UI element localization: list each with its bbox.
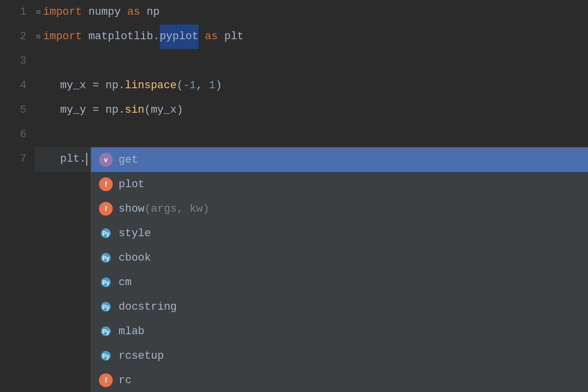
item-label-docstring: docstring (119, 301, 177, 313)
autocomplete-item-rcsetup[interactable]: Py rcsetup (91, 343, 588, 368)
svg-text:Py: Py (102, 279, 110, 286)
num-neg1: -1 (183, 74, 196, 98)
autocomplete-item-style[interactable]: Py style (91, 221, 588, 245)
icon-module-cm: Py (99, 275, 113, 289)
autocomplete-item-mlab[interactable]: Py mlab (91, 319, 588, 343)
code-text: ) (216, 74, 222, 98)
svg-text:Py: Py (102, 230, 110, 237)
num-1: 1 (209, 74, 215, 98)
line-num-7: 7 (20, 147, 26, 172)
item-label-style: style (119, 227, 151, 240)
code-text: plt (218, 24, 244, 49)
text-cursor (86, 153, 87, 166)
autocomplete-dropdown[interactable]: v get f plot f show(args, kw) (91, 147, 588, 392)
autocomplete-item-show[interactable]: f show(args, kw) (91, 196, 588, 221)
item-params-show: (args, kw) (145, 203, 209, 215)
line-num-2: 2 (20, 24, 26, 49)
line-numbers: 1 2 3 4 5 6 7 (0, 0, 34, 392)
item-label-rc: rc (119, 374, 131, 387)
code-text: (my_x) (144, 98, 183, 122)
autocomplete-item-docstring[interactable]: Py docstring (91, 294, 588, 319)
item-label-get: get (119, 154, 138, 166)
icon-module-docstring: Py (99, 300, 113, 314)
item-label-cbook: cbook (119, 252, 151, 264)
code-text: ( (176, 74, 183, 98)
code-text: my_y = np. (34, 98, 125, 122)
code-content[interactable]: ⊟ import numpy as np ⊟ import matplotlib… (34, 0, 588, 392)
svg-text:Py: Py (102, 328, 110, 335)
line-num-5: 5 (20, 98, 26, 122)
line-num-3: 3 (20, 49, 26, 74)
line-num-1: 1 (20, 0, 26, 24)
keyword-as-1: as (127, 0, 140, 24)
icon-function-rc: f (99, 373, 113, 387)
icon-module-rcsetup: Py (99, 349, 113, 363)
keyword-as-2: as (205, 24, 218, 49)
line-num-6: 6 (20, 122, 26, 147)
code-text: plt. (34, 147, 86, 172)
autocomplete-item-rc[interactable]: f rc (91, 368, 588, 392)
code-text: my_x = np. (34, 74, 125, 98)
icon-module-mlab: Py (99, 324, 113, 338)
icon-module-style: Py (99, 226, 113, 240)
item-label-rcsetup: rcsetup (119, 350, 164, 362)
code-line-1: ⊟ import numpy as np (34, 0, 588, 24)
autocomplete-item-plot[interactable]: f plot (91, 172, 588, 196)
code-text: np (140, 0, 160, 24)
code-line-3 (34, 49, 588, 74)
item-label-show: show (119, 203, 145, 215)
code-text (198, 24, 205, 49)
icon-variable: v (99, 153, 113, 167)
code-area: 1 2 3 4 5 6 7 ⊟ import numpy as np ⊟ imp… (0, 0, 588, 392)
autocomplete-item-cbook[interactable]: Py cbook (91, 245, 588, 270)
autocomplete-item-get[interactable]: v get (91, 147, 588, 172)
code-editor: 1 2 3 4 5 6 7 ⊟ import numpy as np ⊟ imp… (0, 0, 588, 392)
code-text: numpy (82, 0, 127, 24)
keyword-import-2: import (43, 24, 82, 49)
item-label-plot: plot (119, 178, 145, 191)
code-line-4: my_x = np.linspace(-1, 1) (34, 74, 588, 98)
item-label-mlab: mlab (119, 325, 145, 338)
code-text: matplotlib. (82, 24, 159, 49)
icon-function-plot: f (99, 177, 113, 191)
func-sin: sin (125, 98, 145, 122)
item-label-cm: cm (119, 276, 131, 289)
svg-text:Py: Py (102, 353, 110, 360)
svg-text:Py: Py (102, 255, 110, 262)
keyword-import-1: import (43, 0, 82, 24)
code-line-2: ⊟ import matplotlib.pyplot as plt (34, 24, 588, 49)
line-num-4: 4 (20, 74, 26, 98)
svg-text:Py: Py (102, 304, 110, 311)
code-line-5: my_y = np.sin(my_x) (34, 98, 588, 122)
icon-module-cbook: Py (99, 251, 113, 265)
func-linspace: linspace (125, 74, 177, 98)
autocomplete-item-cm[interactable]: Py cm (91, 270, 588, 294)
fold-marker-2[interactable]: ⊟ (34, 33, 42, 41)
pyplot-highlight: pyplot (160, 24, 198, 49)
code-text: , (196, 74, 209, 98)
fold-marker-1[interactable]: ⊟ (34, 8, 42, 16)
icon-function-show: f (99, 202, 113, 216)
code-line-6 (34, 122, 588, 147)
